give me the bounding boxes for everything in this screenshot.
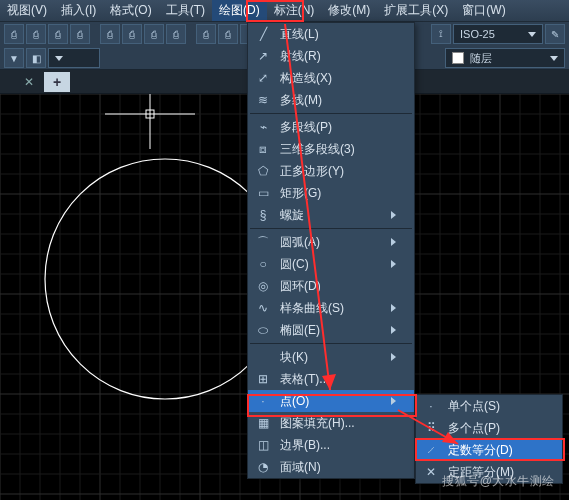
dim-style-icon[interactable]: ⟟: [431, 24, 451, 44]
tool-icon[interactable]: ⎙: [70, 24, 90, 44]
tool-icon[interactable]: ✎: [545, 24, 565, 44]
menu-item[interactable]: ·点(O): [248, 390, 414, 412]
submenu-item[interactable]: ·单个点(S): [416, 395, 562, 417]
menu-item-icon: ◫: [254, 436, 272, 454]
menu-item[interactable]: ◔面域(N): [248, 456, 414, 478]
submenu-arrow-icon: [391, 397, 396, 405]
menu-item-icon: ▭: [254, 184, 272, 202]
menu-item-icon: ⬭: [254, 321, 272, 339]
menu-item-label: 圆(C): [280, 256, 383, 273]
menu-item-icon: §: [254, 206, 272, 224]
submenu-arrow-icon: [391, 326, 396, 334]
menu-item-icon: ·: [254, 392, 272, 410]
menu-item-icon: ⟋: [422, 441, 440, 459]
menu-item[interactable]: ▦图案填充(H)...: [248, 412, 414, 434]
chevron-down-icon: [528, 32, 536, 37]
menu-extend[interactable]: 扩展工具(X): [377, 0, 455, 21]
tool-icon[interactable]: ⎙: [144, 24, 164, 44]
tool-icon[interactable]: ⎙: [4, 24, 24, 44]
submenu-arrow-icon: [391, 238, 396, 246]
menu-modify[interactable]: 修改(M): [321, 0, 377, 21]
menu-item-label: 面域(N): [280, 459, 396, 476]
tool-icon[interactable]: ▼: [4, 48, 24, 68]
tool-icon[interactable]: ⎙: [48, 24, 68, 44]
menu-item-label: 椭圆(E): [280, 322, 383, 339]
menu-view[interactable]: 视图(V): [0, 0, 54, 21]
menu-item-icon: ⧈: [254, 140, 272, 158]
menu-item-label: 多线(M): [280, 92, 396, 109]
watermark: 搜狐号@大水牛测绘: [442, 473, 555, 490]
menu-item-label: 定数等分(D): [448, 442, 544, 459]
menu-item-label: 块(K): [280, 349, 383, 366]
menu-item-icon: ∿: [254, 299, 272, 317]
menu-item-label: 圆弧(A): [280, 234, 383, 251]
menu-item[interactable]: ↗射线(R): [248, 45, 414, 67]
menu-item[interactable]: ⤢构造线(X): [248, 67, 414, 89]
menu-item[interactable]: 块(K): [248, 346, 414, 368]
menu-item-icon: ◎: [254, 277, 272, 295]
menu-item[interactable]: ⊞表格(T)...: [248, 368, 414, 390]
submenu-arrow-icon: [391, 211, 396, 219]
tool-icon[interactable]: ⎙: [218, 24, 238, 44]
menu-item-icon: ◔: [254, 458, 272, 476]
menu-item-label: 单个点(S): [448, 398, 544, 415]
menu-item[interactable]: ⌒圆弧(A): [248, 231, 414, 253]
layer-select[interactable]: 随层: [445, 48, 565, 68]
menu-dimension[interactable]: 标注(N): [267, 0, 322, 21]
menu-item[interactable]: ⌁多段线(P): [248, 116, 414, 138]
menu-item-label: 构造线(X): [280, 70, 396, 87]
menu-item-icon: ▦: [254, 414, 272, 432]
menu-item-icon: ✕: [422, 463, 440, 481]
submenu-arrow-icon: [391, 353, 396, 361]
chevron-down-icon: [550, 56, 558, 61]
menu-item[interactable]: ◫边界(B)...: [248, 434, 414, 456]
layer-label: 随层: [470, 51, 492, 66]
menu-item-icon: ·: [422, 397, 440, 415]
menu-item[interactable]: ≋多线(M): [248, 89, 414, 111]
menu-item-label: 多个点(P): [448, 420, 544, 437]
menu-item-icon: ⬠: [254, 162, 272, 180]
tab-close[interactable]: ✕: [18, 72, 40, 92]
menu-item[interactable]: ⬭椭圆(E): [248, 319, 414, 341]
dim-style-select[interactable]: ISO-25: [453, 24, 543, 44]
tool-icon[interactable]: ⎙: [166, 24, 186, 44]
menu-item-label: 直线(L): [280, 26, 396, 43]
menu-insert[interactable]: 插入(I): [54, 0, 103, 21]
menu-item[interactable]: ⧈三维多段线(3): [248, 138, 414, 160]
submenu-item[interactable]: ⟋定数等分(D): [416, 439, 562, 461]
menu-item-icon: ○: [254, 255, 272, 273]
tool-icon[interactable]: ⎙: [100, 24, 120, 44]
menu-item-label: 边界(B)...: [280, 437, 396, 454]
menu-item-icon: ⌒: [254, 233, 272, 251]
menu-item[interactable]: ○圆(C): [248, 253, 414, 275]
menu-item-icon: ⠿: [422, 419, 440, 437]
menu-window[interactable]: 窗口(W): [455, 0, 512, 21]
tool-icon[interactable]: ◧: [26, 48, 46, 68]
menu-item-icon: ⊞: [254, 370, 272, 388]
submenu-item[interactable]: ⠿多个点(P): [416, 417, 562, 439]
menu-item-label: 样条曲线(S): [280, 300, 383, 317]
menu-item[interactable]: §螺旋: [248, 204, 414, 226]
tool-icon[interactable]: ⎙: [122, 24, 142, 44]
menu-item-icon: ↗: [254, 47, 272, 65]
menu-format[interactable]: 格式(O): [103, 0, 158, 21]
layer-quick[interactable]: [48, 48, 100, 68]
menu-item[interactable]: ╱直线(L): [248, 23, 414, 45]
menu-item[interactable]: ▭矩形(G): [248, 182, 414, 204]
tab-add[interactable]: +: [44, 72, 70, 92]
draw-menu-dropdown: ╱直线(L)↗射线(R)⤢构造线(X)≋多线(M)⌁多段线(P)⧈三维多段线(3…: [247, 22, 415, 479]
menu-draw[interactable]: 绘图(D): [212, 0, 267, 21]
menu-item[interactable]: ⬠正多边形(Y): [248, 160, 414, 182]
point-submenu: ·单个点(S)⠿多个点(P)⟋定数等分(D)✕定距等分(M): [415, 394, 563, 484]
tool-icon[interactable]: ⎙: [196, 24, 216, 44]
menu-bar: 视图(V) 插入(I) 格式(O) 工具(T) 绘图(D) 标注(N) 修改(M…: [0, 0, 569, 22]
menu-tools[interactable]: 工具(T): [159, 0, 212, 21]
menu-item[interactable]: ◎圆环(D): [248, 275, 414, 297]
menu-item-label: 三维多段线(3): [280, 141, 396, 158]
menu-item-icon: ╱: [254, 25, 272, 43]
menu-item-label: 正多边形(Y): [280, 163, 396, 180]
tool-icon[interactable]: ⎙: [26, 24, 46, 44]
menu-item-label: 图案填充(H)...: [280, 415, 396, 432]
menu-item-label: 表格(T)...: [280, 371, 396, 388]
menu-item[interactable]: ∿样条曲线(S): [248, 297, 414, 319]
